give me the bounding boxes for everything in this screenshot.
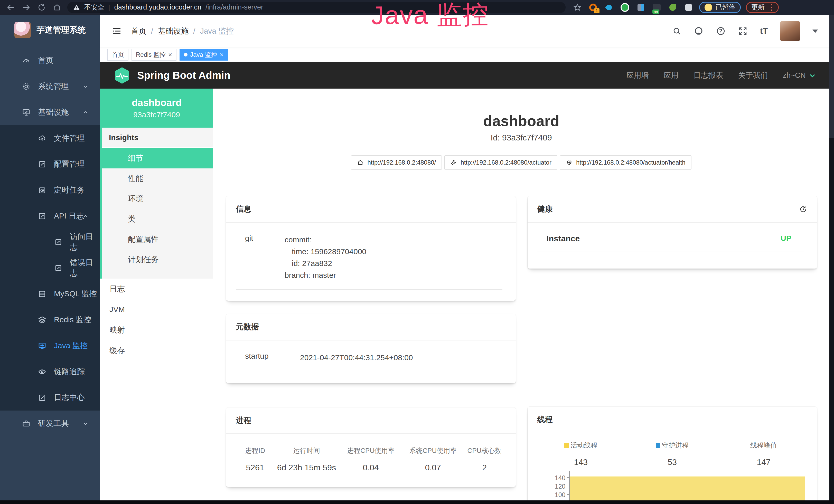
page-scrollbar[interactable] — [829, 15, 834, 500]
metadata-value: 2021-04-27T00:44:31.254+08:00 — [300, 352, 413, 364]
tags-view: 首页 Redis 监控 × Java 监控 × — [100, 47, 829, 62]
history-icon[interactable] — [799, 205, 807, 213]
breadcrumb-infrastructure[interactable]: 基础设施 — [158, 26, 189, 37]
sidebar-item-access-logs[interactable]: 访问日志 — [0, 229, 100, 255]
url-path: /infra/admin-server — [205, 3, 263, 11]
sba-menu-mappings[interactable]: 映射 — [100, 320, 213, 340]
endpoint-actuator-link[interactable]: http://192.168.0.2:48080/actuator — [444, 155, 557, 170]
app-logo — [14, 22, 31, 38]
tag-home[interactable]: 首页 — [107, 49, 128, 61]
search-icon[interactable] — [672, 26, 681, 36]
layers-icon — [38, 316, 46, 324]
eye-icon — [38, 368, 46, 376]
dashboard-icon — [22, 56, 30, 65]
browser-reload-icon[interactable] — [37, 2, 47, 13]
browser-forward-icon[interactable] — [21, 2, 31, 13]
sba-locale-select[interactable]: zh~CN — [783, 71, 816, 79]
extension-icon-1[interactable]: 1 — [588, 2, 598, 13]
extension-pin-icon[interactable] — [603, 2, 614, 13]
sba-nav-wallboard[interactable]: 应用墙 — [627, 70, 649, 81]
sidebar-item-api-logs[interactable]: API 日志 — [0, 203, 100, 229]
sba-menu-details[interactable]: 细节 — [102, 148, 213, 168]
sidebar-item-tracing[interactable]: 链路追踪 — [0, 359, 100, 385]
help-icon[interactable] — [716, 26, 726, 36]
update-label: 更新 — [751, 3, 765, 12]
user-menu-caret-icon[interactable] — [812, 29, 818, 33]
browser-home-icon[interactable] — [52, 2, 62, 13]
extension-on-badge: on — [652, 9, 659, 14]
tag-redis-monitor[interactable]: Redis 监控 × — [132, 49, 176, 61]
extension-puzzle-icon[interactable] — [683, 2, 694, 13]
font-size-icon[interactable]: tT — [760, 26, 768, 36]
endpoint-home-link[interactable]: http://192.168.0.2:48080/ — [351, 155, 442, 170]
extension-leaf-icon[interactable] — [667, 2, 678, 13]
sba-brand-title[interactable]: Spring Boot Admin — [137, 70, 231, 81]
sidebar-item-system[interactable]: 系统管理 — [0, 73, 100, 99]
sba-menu-logs[interactable]: 日志 — [100, 279, 213, 299]
sba-logo-icon — [113, 67, 130, 85]
sba-menu-config-props[interactable]: 配置属性 — [102, 229, 213, 250]
close-icon[interactable]: × — [220, 51, 224, 58]
sidebar-item-file-management[interactable]: 文件管理 — [0, 125, 100, 151]
browser-menu-icon[interactable] — [771, 7, 772, 8]
card-title: 健康 — [537, 204, 553, 214]
cpu-cores: 2 — [463, 463, 506, 473]
app-logo-row[interactable]: 芋道管理系统 — [0, 15, 100, 45]
tag-java-monitor[interactable]: Java 监控 × — [179, 49, 228, 61]
log-icon — [54, 238, 62, 246]
breadcrumb-home[interactable]: 首页 — [131, 26, 147, 37]
live-threads-value: 143 — [535, 458, 627, 467]
extension-icon-2[interactable] — [619, 2, 630, 13]
y-tick-140: 140 — [547, 474, 566, 482]
status-badge: UP — [781, 234, 804, 244]
user-avatar[interactable] — [780, 21, 800, 41]
sba-menu-metrics[interactable]: 性能 — [102, 168, 213, 189]
scrollbar-thumb[interactable] — [829, 15, 834, 138]
sba-nav-journal[interactable]: 日志报表 — [694, 70, 723, 81]
threads-card: 线程 活动线程 143 守护进程 — [528, 407, 817, 500]
sidebar-item-home[interactable]: 首页 — [0, 47, 100, 73]
hamburger-icon[interactable] — [111, 26, 122, 36]
sba-nav-about[interactable]: 关于我们 — [738, 70, 768, 81]
sba-instance-header[interactable]: dashboard 93a3fc7f7409 — [100, 89, 213, 128]
browser-profile-button[interactable]: 已暂停 — [699, 2, 741, 13]
info-value: commit: time: 1596289704000 id: 27aa832 … — [285, 234, 366, 281]
sidebar-item-devtools[interactable]: 研发工具 — [0, 411, 100, 436]
app-title: 芋道管理系统 — [37, 24, 86, 36]
address-bar[interactable]: 不安全 | dashboard.yudao.iocoder.cn/infra/a… — [67, 2, 566, 13]
github-icon[interactable] — [694, 26, 704, 36]
browser-back-icon[interactable] — [6, 2, 16, 13]
sba-menu-classes[interactable]: 类 — [102, 209, 213, 229]
threads-legend: 活动线程 143 守护进程 53 线程峰值 — [535, 441, 810, 467]
page-title: dashboard — [213, 112, 829, 130]
sba-content: dashboard Id: 93a3fc7f7409 http://192.16… — [213, 89, 829, 500]
browser-update-button[interactable]: 更新 — [746, 2, 779, 13]
sidebar-item-redis-monitor[interactable]: Redis 监控 — [0, 307, 100, 333]
endpoint-health-link[interactable]: http://192.168.0.2:48080/actuator/health — [560, 155, 692, 170]
sidebar-item-mysql-monitor[interactable]: MySQL 监控 — [0, 281, 100, 307]
address-separator: | — [108, 3, 110, 11]
sidebar-item-scheduled-tasks[interactable]: 定时任务 — [0, 177, 100, 203]
extension-switch-icon[interactable]: on — [651, 2, 662, 13]
bookmark-star-icon[interactable] — [572, 2, 583, 13]
sba-menu-scheduled[interactable]: 计划任务 — [102, 250, 213, 270]
sidebar-item-log-center[interactable]: 日志中心 — [0, 385, 100, 411]
y-tick-100: 100 — [547, 491, 566, 499]
sidebar-item-config-management[interactable]: 配置管理 — [0, 151, 100, 177]
security-label[interactable]: 不安全 — [84, 3, 104, 12]
sidebar-item-java-monitor[interactable]: Java 监控 — [0, 333, 100, 359]
process-pid: 5261 — [236, 463, 274, 473]
process-cpu: 0.04 — [339, 463, 403, 473]
extension-grid-icon[interactable] — [635, 2, 646, 13]
sba-nav-applications[interactable]: 应用 — [664, 70, 679, 81]
sidebar-item-error-logs[interactable]: 错误日志 — [0, 255, 100, 281]
sba-menu-jvm[interactable]: JVM — [100, 299, 213, 320]
process-uptime: 6d 23h 15m 59s — [274, 463, 338, 473]
fullscreen-icon[interactable] — [738, 26, 748, 36]
close-icon[interactable]: × — [168, 51, 172, 58]
sba-menu-environment[interactable]: 环境 — [102, 189, 213, 209]
card-title: 线程 — [537, 414, 553, 425]
sidebar-item-infrastructure[interactable]: 基础设施 — [0, 99, 100, 125]
sba-menu-caches[interactable]: 缓存 — [100, 340, 213, 361]
live-threads-swatch — [564, 443, 569, 448]
